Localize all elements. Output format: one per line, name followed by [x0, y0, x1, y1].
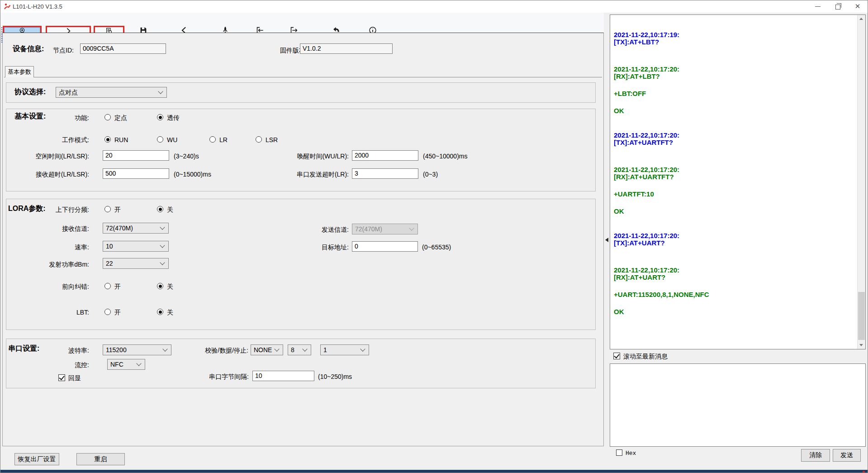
radio-fec-off-label: 关 [167, 283, 173, 291]
rate-select[interactable]: 10 [103, 241, 169, 252]
data-bits-select[interactable]: 8 [288, 344, 311, 355]
idle-time-field[interactable]: 20 [103, 150, 169, 161]
uart-tx-timeout-field[interactable]: 3 [352, 168, 418, 179]
function-label: 功能: [3, 114, 89, 122]
tx-channel-select: 72(470M) [352, 224, 418, 234]
log-entry: 2021-11-22,10:17:20:[RX]:AT+UART? [614, 267, 855, 281]
toolbar: 关闭串口 进入配置状态 读取参数 设置参数 [0, 13, 604, 33]
log-entry: OK [614, 308, 855, 315]
log-entry: +UART:115200,8,1,NONE,NFC [614, 291, 855, 298]
radio-lbt-on[interactable] [104, 309, 111, 315]
stop-bits-select[interactable]: 1 [320, 344, 369, 355]
tab-basic-params[interactable]: 基本参数 [5, 66, 34, 77]
clear-button[interactable]: 清除 [801, 449, 830, 462]
send-input[interactable] [610, 363, 866, 447]
radio-function-fixed[interactable] [104, 114, 111, 120]
radio-workmode-wu-label: WU [167, 136, 177, 143]
scroll-down-icon[interactable] [859, 344, 863, 346]
scroll-latest-checkbox[interactable] [613, 353, 620, 359]
title-bar: L101-L-H20 V1.3.5 ✕ [0, 0, 868, 13]
tx-power-select[interactable]: 22 [103, 258, 169, 269]
parity-data-stop-label: 校验/数据/停止: [185, 347, 248, 355]
byte-interval-hint: (10~250)ms [318, 373, 352, 380]
minimize-button[interactable] [808, 0, 828, 13]
idle-time-label: 空闲时间(LR/LSR): [3, 153, 89, 161]
rate-label: 速率: [3, 244, 89, 252]
radio-updown-off-label: 关 [167, 206, 173, 214]
splitter-collapse-icon[interactable] [605, 238, 608, 242]
firmware-version-field[interactable]: V1.0.2 [300, 43, 393, 54]
wake-time-label: 唤醒时间(WU/LR): [263, 153, 349, 161]
window-title: L101-L-H20 V1.3.5 [13, 3, 62, 10]
node-id-label: 节点ID: [53, 47, 74, 55]
app-logo-icon [4, 3, 11, 10]
updown-freq-label: 上下行分频: [3, 206, 89, 214]
radio-fec-on-label: 开 [114, 283, 121, 291]
minimize-icon [815, 6, 821, 7]
radio-function-transparent-label: 透传 [167, 114, 180, 122]
wake-time-field[interactable]: 2000 [352, 150, 418, 161]
log-scrollbar[interactable] [857, 15, 865, 349]
log-entry: 2021-11-22,10:17:20:[RX]:AT+UARTFT? [614, 166, 855, 181]
parity-select[interactable]: NONE [251, 344, 283, 355]
lora-groupbox [6, 199, 596, 330]
log-entry: 2021-11-22,10:17:20:[RX]:AT+LBT? [614, 66, 855, 80]
radio-fec-off[interactable] [157, 283, 163, 289]
radio-workmode-lr-label: LR [219, 136, 228, 143]
uart-tx-timeout-label: 串口发送超时(LR): [263, 171, 349, 179]
byte-interval-field[interactable]: 10 [252, 371, 314, 381]
radio-workmode-wu[interactable] [157, 136, 163, 143]
protocol-select[interactable]: 点对点 [56, 87, 167, 98]
scroll-latest-label: 滚动至最新消息 [623, 353, 668, 361]
radio-updown-on[interactable] [104, 206, 111, 212]
baud-select[interactable]: 115200 [103, 344, 171, 355]
radio-fec-on[interactable] [104, 283, 111, 289]
tx-channel-label: 发送信道: [263, 226, 349, 234]
lbt-label: LBT: [3, 309, 89, 316]
fec-label: 前向纠错: [3, 283, 89, 291]
log-panel[interactable]: 2021-11-22,10:17:19:[TX]:AT+LBT?2021-11-… [610, 14, 866, 349]
log-entry: OK [614, 208, 855, 215]
scrollbar-thumb[interactable] [858, 292, 865, 340]
hex-checkbox[interactable] [616, 449, 622, 456]
radio-workmode-lsr[interactable] [256, 136, 262, 143]
log-entry: 2021-11-22,10:17:19:[TX]:AT+LBT? [614, 31, 855, 46]
scroll-up-icon[interactable] [859, 18, 863, 20]
radio-updown-on-label: 开 [114, 206, 121, 214]
echo-checkbox[interactable] [58, 374, 65, 381]
wake-time-hint: (450~10000)ms [423, 153, 467, 160]
close-button[interactable]: ✕ [848, 0, 868, 13]
taskbar-red-dot [863, 471, 865, 473]
radio-updown-off[interactable] [157, 206, 163, 212]
idle-time-hint: (3~240)s [174, 153, 199, 160]
radio-function-fixed-label: 定点 [114, 114, 127, 122]
taskbar-strip [0, 470, 868, 473]
restore-button[interactable] [828, 0, 848, 13]
flow-control-label: 流控: [3, 361, 89, 369]
radio-workmode-run-label: RUN [114, 136, 128, 143]
echo-label: 回显 [68, 374, 81, 382]
factory-reset-button[interactable]: 恢复出厂设置 [14, 453, 59, 465]
tab-strip-divider [4, 77, 602, 77]
target-addr-label: 目标地址: [263, 244, 349, 252]
byte-interval-label: 串口字节间隔: [185, 373, 249, 381]
flow-control-select[interactable]: NFC [107, 359, 145, 370]
rx-channel-select[interactable]: 72(470M) [103, 223, 169, 234]
send-button[interactable]: 发送 [833, 449, 861, 462]
restart-button[interactable]: 重启 [76, 453, 125, 465]
work-mode-label: 工作模式: [3, 136, 89, 144]
log-area: 2021-11-22,10:17:19:[TX]:AT+LBT?2021-11-… [614, 31, 855, 333]
radio-workmode-run[interactable] [104, 136, 111, 143]
target-addr-hint: (0~65535) [422, 244, 451, 251]
radio-workmode-lr[interactable] [209, 136, 216, 143]
radio-function-transparent[interactable] [157, 114, 163, 120]
radio-lbt-off[interactable] [157, 309, 163, 315]
rx-timeout-field[interactable]: 500 [103, 168, 169, 179]
log-entry: +LBT:OFF [614, 90, 855, 97]
close-icon: ✕ [855, 2, 861, 10]
node-id-field[interactable]: 0009CC5A [80, 43, 166, 54]
log-entry: OK [614, 107, 855, 115]
radio-lbt-off-label: 关 [167, 309, 173, 317]
target-addr-field[interactable]: 0 [352, 241, 418, 252]
rx-timeout-label: 接收超时(LR/LSR): [3, 171, 89, 179]
